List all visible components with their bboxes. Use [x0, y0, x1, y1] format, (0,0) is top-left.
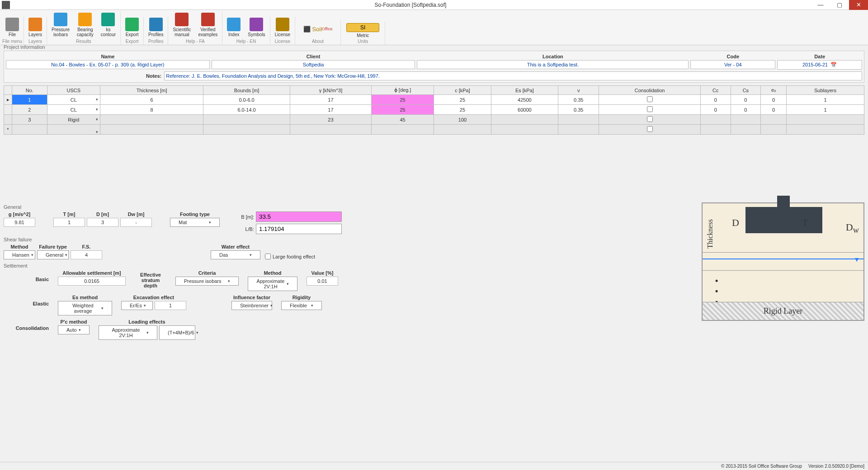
ribbon-icon: [276, 18, 289, 31]
ribbon-layers[interactable]: Layers: [25, 17, 46, 38]
titlebar: So-Foundation [Softpedia.sof] — ▢ ✕: [0, 0, 868, 10]
ribbon-file[interactable]: File: [2, 17, 23, 38]
ribbon-bearing-capacity[interactable]: Bearing capacity: [73, 12, 97, 38]
ribbon-icon: [227, 18, 241, 31]
ribbon-icon: [125, 18, 139, 31]
app-icon: [2, 1, 10, 9]
ribbon-icon: [149, 18, 163, 31]
ribbon-icon: [28, 18, 42, 31]
window-title: So-Foundation [Softpedia.sof]: [10, 2, 811, 8]
about-logo[interactable]: ⬛ SoilOffice: [296, 20, 340, 38]
ribbon-export[interactable]: Export: [122, 17, 142, 38]
close-button[interactable]: ✕: [849, 0, 868, 10]
ribbon-icon: [78, 13, 92, 26]
ribbon-profiles[interactable]: Profiles: [145, 17, 167, 38]
si-button[interactable]: SI: [346, 23, 379, 32]
ribbon-icon: [5, 18, 19, 31]
minimize-button[interactable]: —: [811, 0, 830, 10]
metric-label: Metric: [357, 33, 369, 38]
ribbon-ks-contour[interactable]: ks contour: [97, 12, 119, 38]
ribbon-symbols[interactable]: Symbols: [244, 17, 269, 38]
ribbon-verified-examples[interactable]: Verified examples: [194, 12, 221, 38]
ribbon-index[interactable]: Index: [223, 17, 244, 38]
ribbon: FileFile menuLayersLayersPressure isobar…: [0, 10, 868, 45]
ribbon-icon: [250, 18, 263, 31]
ribbon-icon: [101, 13, 115, 26]
ribbon-pressure-isobars[interactable]: Pressure isobars: [48, 12, 73, 38]
maximize-button[interactable]: ▢: [830, 0, 849, 10]
ribbon-scientific-manual[interactable]: Scientific manual: [169, 12, 194, 38]
ribbon-icon: [54, 13, 67, 26]
project-info-header: Project information: [4, 44, 864, 45]
ribbon-icon: [175, 13, 189, 26]
ribbon-icon: [201, 13, 215, 26]
ribbon-license[interactable]: License: [271, 17, 294, 38]
